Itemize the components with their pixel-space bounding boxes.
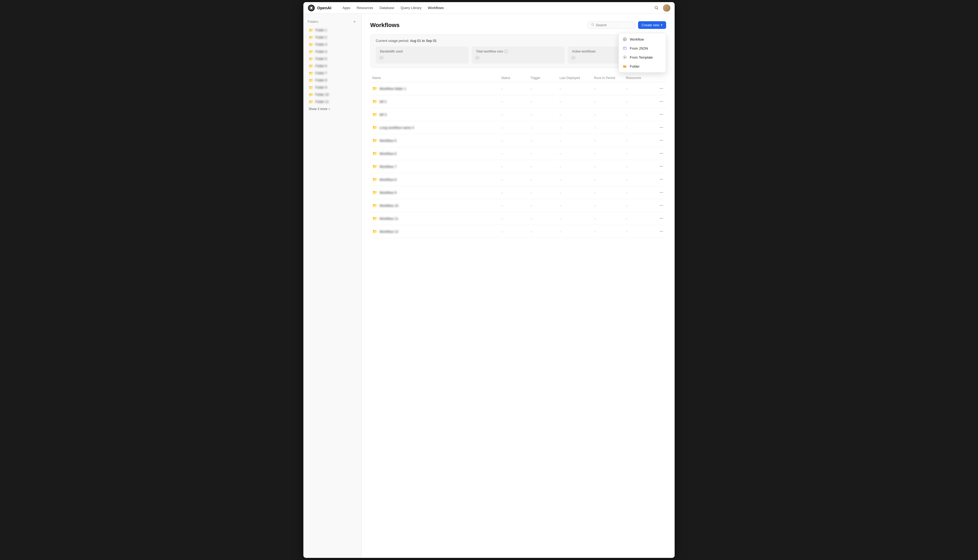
row-actions-cell: ···: [656, 163, 666, 170]
usage-period-text: Current usage period:: [376, 39, 409, 43]
sidebar-items: 📁 Folder 1 📁 Folder 2 📁 Folder 3 📁 Folde…: [303, 27, 362, 105]
table-row[interactable]: 📁 Workflow 8 –––––···: [370, 173, 666, 186]
row-more-button[interactable]: ···: [658, 215, 665, 222]
row-more-button[interactable]: ···: [658, 85, 665, 92]
dropdown-item-from-json[interactable]: From JSON: [619, 44, 666, 53]
row-actions-cell: ···: [656, 215, 666, 222]
sidebar-item-4[interactable]: 📁 Folder 5: [305, 55, 360, 62]
table-row[interactable]: 📁 Workflow 6 –––––···: [370, 147, 666, 160]
show-more-label: Show 3 more: [309, 107, 328, 111]
row-name-cell: 📁 Workflow 10: [370, 203, 499, 208]
dropdown-item-folder[interactable]: Folder: [619, 62, 666, 71]
chevron-down-icon: ▾: [661, 23, 662, 27]
row-actions-cell: ···: [656, 137, 666, 144]
folder-icon: 📁: [309, 78, 313, 82]
template-icon: [622, 55, 627, 60]
row-folder-icon: 📁: [372, 112, 377, 117]
workflows-table: NameStatusTriggerLast DeployedRuns In Pe…: [370, 75, 666, 238]
row-actions-cell: ···: [656, 189, 666, 196]
sidebar-item-1[interactable]: 📁 Folder 2: [305, 34, 360, 41]
sidebar-item-label: Folder 2: [315, 35, 327, 39]
row-more-button[interactable]: ···: [658, 176, 665, 183]
folder-icon: 📁: [309, 64, 313, 68]
sidebar-item-8[interactable]: 📁 Folder 9: [305, 84, 360, 91]
nav-link-workflows[interactable]: Workflows: [425, 5, 447, 11]
sidebar-item-3[interactable]: 📁 Folder 4: [305, 48, 360, 55]
nav-link-query-library[interactable]: Query Library: [398, 5, 424, 11]
stat-label-1: Total workflow runs i: [476, 50, 560, 53]
stat-value-1: –: [476, 55, 560, 60]
sidebar-item-5[interactable]: 📁 Folder 6: [305, 63, 360, 70]
show-more-button[interactable]: Show 3 more ▾: [305, 106, 360, 112]
row-more-button[interactable]: ···: [658, 150, 665, 157]
add-folder-button[interactable]: +: [352, 19, 357, 24]
sidebar-item-6[interactable]: 📁 Folder 7: [305, 70, 360, 77]
table-row[interactable]: 📁 Workflow 12 –––––···: [370, 225, 666, 238]
table-row[interactable]: 📁 Workflow 7 –––––···: [370, 160, 666, 173]
row-more-button[interactable]: ···: [658, 228, 665, 235]
sidebar-item-10[interactable]: 📁 Folder 11: [305, 98, 360, 105]
nav-right: [653, 4, 670, 12]
row-name-text: Workflow 10: [380, 203, 398, 208]
sidebar-item-7[interactable]: 📁 Folder 8: [305, 77, 360, 84]
top-navigation: OpenAI AppsResourcesDatabaseQuery Librar…: [303, 2, 675, 14]
row-runs-in-period-cell: –: [592, 139, 624, 143]
row-runs-in-period-cell: –: [592, 87, 624, 91]
sidebar-item-0[interactable]: 📁 Folder 1: [305, 27, 360, 34]
page-title: Workflows: [370, 22, 400, 28]
row-resources-cell: –: [624, 217, 656, 221]
search-input[interactable]: [596, 23, 632, 27]
row-more-button[interactable]: ···: [658, 124, 665, 131]
sidebar-item-label: Folder 11: [315, 100, 329, 104]
row-name-text: Workflow 6: [380, 152, 397, 156]
avatar[interactable]: [663, 4, 670, 12]
row-more-button[interactable]: ···: [658, 163, 665, 170]
row-actions-cell: ···: [656, 98, 666, 105]
row-status-cell: –: [499, 178, 528, 182]
nav-search-button[interactable]: [653, 4, 660, 12]
row-folder-icon: 📁: [372, 216, 377, 221]
sidebar-item-9[interactable]: 📁 Folder 10: [305, 91, 360, 98]
row-folder-icon: 📁: [372, 177, 377, 182]
row-more-button[interactable]: ···: [658, 98, 665, 105]
row-folder-icon: 📁: [372, 99, 377, 104]
folder-icon: [622, 64, 627, 69]
row-trigger-cell: –: [528, 113, 557, 117]
dropdown-item-from-template[interactable]: From Template: [619, 53, 666, 62]
table-row[interactable]: 📁 Workflow 9 –––––···: [370, 186, 666, 199]
dropdown-item-workflow[interactable]: Workflow: [619, 35, 666, 44]
row-status-cell: –: [499, 217, 528, 221]
table-row[interactable]: 📁 Workflow folder 1 –––––···: [370, 82, 666, 95]
nav-link-apps[interactable]: Apps: [340, 5, 353, 11]
row-more-button[interactable]: ···: [658, 189, 665, 196]
table-row[interactable]: 📁 Wf 3 –––––···: [370, 108, 666, 121]
row-runs-in-period-cell: –: [592, 230, 624, 233]
row-runs-in-period-cell: –: [592, 126, 624, 130]
stat-card-0: Bandwidth used –: [376, 47, 468, 63]
search-box[interactable]: [588, 22, 635, 28]
row-status-cell: –: [499, 203, 528, 208]
table-row[interactable]: 📁 Workflow 10 –––––···: [370, 199, 666, 212]
row-more-button[interactable]: ···: [658, 137, 665, 144]
row-trigger-cell: –: [528, 203, 557, 208]
row-name-cell: 📁 Workflow 7: [370, 164, 499, 169]
table-row[interactable]: 📁 Wf 2 –––––···: [370, 95, 666, 108]
header-actions: Create new ▾ Workflow From JSON From Tem…: [588, 21, 666, 29]
table-row[interactable]: 📁 Long workflow name 4 –––––···: [370, 121, 666, 134]
row-name-cell: 📁 Workflow 6: [370, 151, 499, 156]
nav-link-database[interactable]: Database: [377, 5, 397, 11]
logo[interactable]: OpenAI: [308, 4, 331, 12]
create-new-button[interactable]: Create new ▾: [638, 21, 666, 29]
row-more-button[interactable]: ···: [658, 111, 665, 118]
row-more-button[interactable]: ···: [658, 202, 665, 209]
row-folder-icon: 📁: [372, 229, 377, 234]
row-trigger-cell: –: [528, 139, 557, 143]
nav-link-resources[interactable]: Resources: [354, 5, 376, 11]
table-row[interactable]: 📁 Workflow 11 –––––···: [370, 212, 666, 225]
sidebar-item-2[interactable]: 📁 Folder 3: [305, 41, 360, 48]
table-row[interactable]: 📁 Workflow 5 –––––···: [370, 134, 666, 147]
row-name-text: Workflow 11: [380, 217, 398, 221]
row-last-deployed-cell: –: [557, 87, 592, 91]
info-icon[interactable]: i: [504, 50, 508, 53]
row-status-cell: –: [499, 191, 528, 195]
